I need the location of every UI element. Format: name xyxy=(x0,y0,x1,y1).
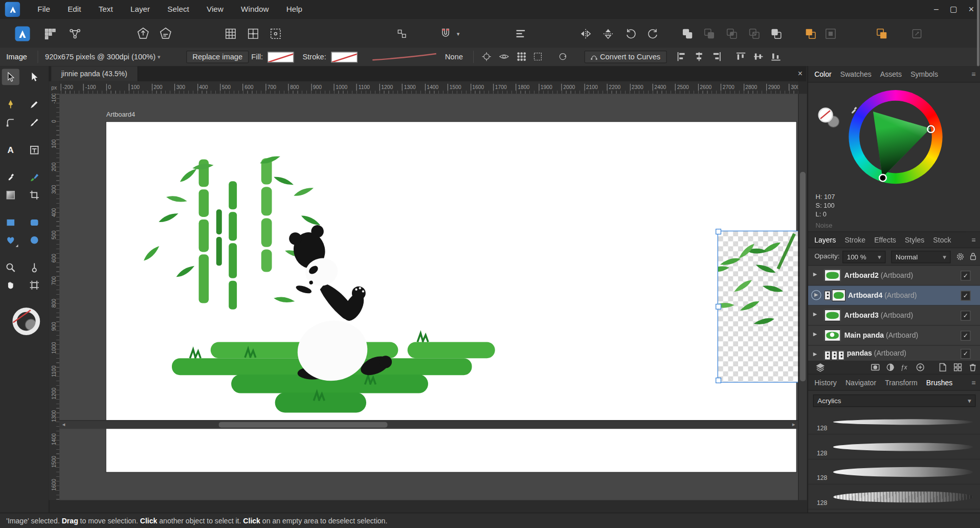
move-tool[interactable] xyxy=(2,69,19,85)
selection-handle-top-left[interactable] xyxy=(716,229,721,234)
zoom-tool[interactable] xyxy=(2,259,19,276)
layers-stack-icon[interactable] xyxy=(816,363,826,373)
color-panel-menu-icon[interactable]: ≡ xyxy=(971,70,975,78)
style-picker-tool[interactable] xyxy=(26,259,43,276)
tab-history[interactable]: History xyxy=(814,379,837,386)
node-tool[interactable] xyxy=(26,69,43,85)
insert-on-top-icon[interactable] xyxy=(874,26,890,42)
vector-crop-tool[interactable] xyxy=(26,187,43,203)
align-top-icon[interactable] xyxy=(736,51,747,62)
horizontal-scrollbar[interactable]: ◂ ▸ xyxy=(59,420,798,429)
corner-tool[interactable] xyxy=(2,115,19,131)
document-tab[interactable]: jinnie panda (43.5%) xyxy=(51,67,138,81)
convert-to-curves-button[interactable]: Convert to Curves xyxy=(584,51,666,63)
canvas[interactable]: Artboard4 xyxy=(59,94,798,500)
scroll-right-icon[interactable]: ▸ xyxy=(789,421,798,429)
designer-persona-icon[interactable] xyxy=(14,26,31,42)
pen-tool[interactable] xyxy=(2,96,19,113)
snapping-options-caret-icon[interactable]: ▾ xyxy=(454,26,462,42)
tab-swatches[interactable]: Swatches xyxy=(840,70,872,78)
tab-effects[interactable]: Effects xyxy=(874,236,896,244)
menu-window[interactable]: Window xyxy=(232,0,278,19)
place-image-icon[interactable] xyxy=(135,26,151,42)
menu-file[interactable]: File xyxy=(29,0,59,19)
align-center-icon[interactable] xyxy=(694,51,705,62)
horizontal-scroll-thumb[interactable] xyxy=(219,422,388,428)
snapping-candidates-icon[interactable] xyxy=(394,26,410,42)
layer-row-pandas[interactable]: ▶ pandas (Artboard) ✓ xyxy=(808,346,980,362)
tab-styles[interactable]: Styles xyxy=(905,236,924,244)
align-left-icon[interactable] xyxy=(676,51,687,62)
tab-bar-close-icon[interactable]: × xyxy=(798,67,803,81)
maximize-button[interactable]: ▢ xyxy=(945,0,963,19)
stroke-width-value[interactable]: None xyxy=(445,48,463,67)
stroke-width-widget[interactable] xyxy=(370,52,438,62)
export-persona-icon[interactable] xyxy=(67,26,83,42)
menu-select[interactable]: Select xyxy=(159,0,198,19)
layer-visibility-checkbox[interactable]: ✓ xyxy=(961,271,971,281)
layer-thumbnail[interactable] xyxy=(825,310,841,321)
tab-stock[interactable]: Stock xyxy=(933,236,951,244)
ruler-units[interactable]: px xyxy=(49,81,60,95)
new-layer-icon[interactable] xyxy=(938,363,948,373)
brush-category-dropdown[interactable]: Acrylics▾ xyxy=(813,394,976,407)
layer-visibility-checkbox[interactable]: ✓ xyxy=(961,349,971,359)
layer-effects-fx-icon[interactable]: ƒx xyxy=(901,363,911,373)
stroke-swatch[interactable] xyxy=(331,52,358,62)
tab-symbols[interactable]: Symbols xyxy=(910,70,938,78)
heart-shape-tool[interactable] xyxy=(2,232,19,248)
paint-brush-tool[interactable] xyxy=(26,169,43,186)
layer-visibility-checkbox[interactable]: ✓ xyxy=(961,311,971,321)
layer-row-artboard2[interactable]: ▶ Artboard2 (Artboard) ✓ xyxy=(808,266,980,285)
text-alignment-icon[interactable] xyxy=(513,26,529,42)
mask-layer-icon[interactable] xyxy=(871,363,881,373)
fill-color-indicator[interactable] xyxy=(818,107,833,122)
tab-navigator[interactable]: Navigator xyxy=(845,379,876,386)
ellipse-tool[interactable] xyxy=(26,232,43,248)
snapping-magnet-icon[interactable] xyxy=(437,26,454,42)
align-right-icon[interactable] xyxy=(711,51,723,62)
bounding-box-icon[interactable] xyxy=(532,51,544,62)
layer-row-main-panda[interactable]: ▶ Main panda (Artboard) ✓ xyxy=(808,326,980,346)
layer-mini-thumbnail[interactable] xyxy=(825,291,831,300)
flip-vertical-icon[interactable] xyxy=(600,26,616,42)
menu-edit[interactable]: Edit xyxy=(59,0,90,19)
layer-visibility-checkbox[interactable]: ✓ xyxy=(961,291,971,301)
tab-color[interactable]: Color xyxy=(814,70,832,78)
selection-box[interactable] xyxy=(718,231,798,383)
scroll-left-icon[interactable]: ◂ xyxy=(59,421,68,429)
blend-options-gear-icon[interactable] xyxy=(955,252,965,262)
vertical-scrollbar[interactable] xyxy=(798,94,807,500)
layer-visibility-checkbox[interactable]: ✓ xyxy=(961,331,971,341)
brush-item[interactable]: 128 xyxy=(808,485,980,510)
selection-handle-bottom-left[interactable] xyxy=(716,378,721,383)
artboard-tool[interactable] xyxy=(26,277,43,293)
artboard-label[interactable]: Artboard4 xyxy=(106,111,135,118)
text-tool[interactable]: A xyxy=(2,142,19,158)
anchor-grid-icon[interactable] xyxy=(516,51,527,62)
show-selection-icon[interactable] xyxy=(499,51,510,62)
layer-row-artboard3[interactable]: ▶ Artboard3 (Artboard) ✓ xyxy=(808,306,980,326)
insert-behind-icon[interactable] xyxy=(803,26,819,42)
cycle-selection-icon[interactable] xyxy=(558,51,569,62)
replace-image-button[interactable]: Replace image xyxy=(186,51,249,63)
layer-thumbnail[interactable] xyxy=(832,290,845,301)
fill-color-well[interactable] xyxy=(12,307,40,335)
brush-item[interactable]: 128 xyxy=(808,459,980,485)
transform-origin-icon[interactable] xyxy=(268,26,284,42)
tab-layers[interactable]: Layers xyxy=(814,236,836,244)
new-group-icon[interactable] xyxy=(953,363,963,373)
live-filter-icon[interactable] xyxy=(916,363,926,373)
lower-panel-menu-icon[interactable]: ≡ xyxy=(971,379,975,386)
layer-thumbnail[interactable] xyxy=(825,329,841,341)
minimize-button[interactable]: – xyxy=(927,0,945,19)
boolean-add-icon[interactable] xyxy=(679,26,696,42)
insert-inside-icon[interactable] xyxy=(822,26,839,42)
rotate-cw-icon[interactable] xyxy=(645,26,661,42)
document-setup-icon[interactable] xyxy=(158,26,174,42)
rotate-ccw-icon[interactable] xyxy=(622,26,639,42)
rounded-rectangle-tool[interactable] xyxy=(26,214,43,231)
view-hand-tool[interactable] xyxy=(2,277,19,293)
layer-mini-thumbnail[interactable] xyxy=(838,350,844,360)
menu-text[interactable]: Text xyxy=(90,0,122,19)
